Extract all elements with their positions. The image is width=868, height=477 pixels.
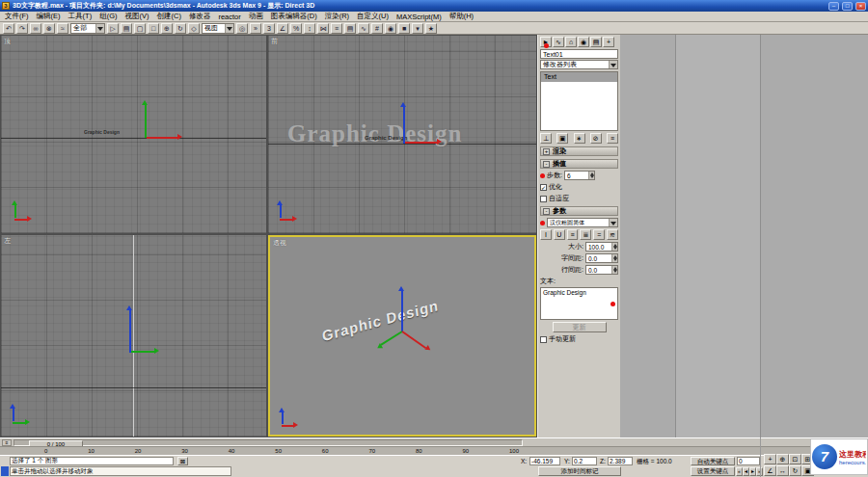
zoom-extents-icon[interactable]: ⊡ xyxy=(789,454,801,464)
gizmo-z-axis[interactable] xyxy=(401,291,403,331)
menu-item[interactable]: 编辑(E) xyxy=(37,12,61,21)
select-and-move-icon[interactable]: ⊕ xyxy=(161,23,173,34)
pin-stack-button[interactable]: ⊥ xyxy=(540,133,552,144)
menu-item[interactable]: 视图(V) xyxy=(125,12,149,21)
configure-modifier-sets-button[interactable]: ≡ xyxy=(607,133,618,144)
spinner-snap-icon[interactable]: ↕ xyxy=(304,23,315,34)
collapse-icon[interactable]: - xyxy=(543,208,550,215)
zoom-icon[interactable]: + xyxy=(764,454,776,464)
underline-button[interactable]: U xyxy=(554,229,565,240)
gizmo-z-axis[interactable] xyxy=(403,107,405,144)
quick-render-icon[interactable]: ★ xyxy=(425,23,437,34)
select-and-manipulate-icon[interactable]: » xyxy=(250,23,261,34)
menu-item[interactable]: 动画 xyxy=(249,12,263,21)
window-crossing-toggle-icon[interactable]: □ xyxy=(148,23,159,34)
text-spline[interactable]: Graphic Design xyxy=(365,135,407,141)
show-end-result-button[interactable]: ▣ xyxy=(556,133,568,144)
selection-filter-dropdown[interactable]: 全部 xyxy=(70,23,105,34)
redo-icon[interactable]: ↷ xyxy=(16,23,28,34)
viewport-label[interactable]: 顶 xyxy=(4,37,11,46)
steps-spinner[interactable]: 6 xyxy=(564,171,595,180)
mirror-icon[interactable]: ⋈ xyxy=(317,23,329,34)
arc-rotate-icon[interactable]: ↻ xyxy=(789,465,801,476)
menu-item[interactable]: 图表编辑器(D) xyxy=(271,12,317,21)
rectangular-selection-region-icon[interactable]: ▢ xyxy=(134,23,146,34)
tab-motion-icon[interactable]: ◉ xyxy=(578,37,589,47)
angle-snap-icon[interactable]: ∠ xyxy=(277,23,288,34)
text-spline[interactable]: Graphic Design xyxy=(321,297,440,344)
viewport-left[interactable]: 左 xyxy=(1,235,266,437)
snaps-toggle-icon[interactable]: 3 xyxy=(263,23,275,34)
unlink-selection-icon[interactable]: ⊗ xyxy=(43,23,55,34)
tab-modify-icon[interactable]: ∿ xyxy=(553,37,564,47)
menu-item[interactable]: 渲染(R) xyxy=(325,12,349,21)
select-and-scale-icon[interactable]: ◇ xyxy=(188,23,200,34)
curve-editor-icon[interactable]: ∿ xyxy=(358,23,369,34)
time-slider-track[interactable]: 0 / 100 xyxy=(14,439,523,446)
tab-display-icon[interactable]: ▤ xyxy=(590,37,602,47)
leading-spinner[interactable]: 0.0 xyxy=(585,265,618,275)
z-coord-field[interactable]: 2.389 xyxy=(608,457,633,465)
expand-icon[interactable]: + xyxy=(543,148,550,155)
undo-icon[interactable]: ↶ xyxy=(3,23,14,34)
spinner-arrows-icon[interactable] xyxy=(611,266,617,274)
spinner-arrows-icon[interactable] xyxy=(611,243,617,251)
viewport-label[interactable]: 前 xyxy=(271,37,278,46)
select-and-link-icon[interactable]: ∞ xyxy=(30,23,41,34)
adaptive-checkbox[interactable] xyxy=(540,196,547,202)
gizmo-x-axis[interactable] xyxy=(401,331,426,349)
size-spinner[interactable]: 100.0 xyxy=(585,242,618,252)
viewport-perspective[interactable]: 透视 Graphic Design xyxy=(268,235,536,437)
font-dropdown[interactable]: 汉仪粗圆简体 xyxy=(547,218,618,227)
lock-selection-toggle[interactable]: ⊠ xyxy=(177,457,188,465)
align-left-button[interactable]: ≡ xyxy=(567,229,579,240)
align-center-button[interactable]: ≣ xyxy=(580,229,591,240)
make-unique-button[interactable]: ∗ xyxy=(574,133,585,144)
open-mini-curve-editor-button[interactable]: ≡ xyxy=(2,439,12,446)
viewport-top[interactable]: 顶 Graphic Design xyxy=(1,36,266,233)
tab-utilities-icon[interactable]: + xyxy=(603,37,614,47)
menu-item[interactable]: MAXScript(M) xyxy=(396,13,442,21)
close-button[interactable]: × xyxy=(855,2,866,11)
maximize-button[interactable]: □ xyxy=(842,2,853,11)
set-key-button[interactable]: 设置关键点 xyxy=(691,466,735,476)
menu-item[interactable]: 文件(F) xyxy=(5,12,29,21)
rollout-interpolation[interactable]: - 插值 xyxy=(540,159,618,169)
menu-item[interactable]: 自定义(U) xyxy=(357,12,389,21)
add-time-tag-button[interactable]: 添加时间标记 xyxy=(538,466,621,476)
y-coord-field[interactable]: 0.2 xyxy=(572,457,597,465)
auto-key-button[interactable]: 自动关键点 xyxy=(691,457,735,465)
rollout-rendering[interactable]: + 渲染 xyxy=(540,146,618,156)
align-icon[interactable]: ≡ xyxy=(331,23,342,34)
gizmo-x-axis[interactable] xyxy=(405,142,437,144)
rollout-parameters[interactable]: - 参数 xyxy=(540,206,618,216)
align-right-button[interactable]: = xyxy=(593,229,605,240)
schematic-view-icon[interactable]: # xyxy=(371,23,383,34)
gizmo-x-axis[interactable] xyxy=(147,137,177,139)
select-by-name-icon[interactable]: ▤ xyxy=(121,23,132,34)
spinner-arrows-icon[interactable] xyxy=(588,172,594,179)
play-icon[interactable]: ► xyxy=(749,467,756,476)
material-editor-icon[interactable]: ◉ xyxy=(385,23,396,34)
modifier-stack-item[interactable]: Text xyxy=(541,72,617,82)
use-pivot-center-icon[interactable]: ◎ xyxy=(236,23,248,34)
text-input-area[interactable]: Graphic Design xyxy=(540,287,618,320)
reference-coordinate-dropdown[interactable]: 视图 xyxy=(202,23,234,34)
x-coord-field[interactable]: -46.159 xyxy=(529,457,560,465)
menu-item[interactable]: 工具(T) xyxy=(68,12,93,21)
pan-icon[interactable]: ↔ xyxy=(776,465,789,476)
viewport-label[interactable]: 左 xyxy=(4,236,11,246)
previous-frame-icon[interactable]: ◄ xyxy=(743,467,749,476)
minimize-button[interactable]: – xyxy=(828,2,839,11)
modifier-list-dropdown[interactable]: 修改器列表 xyxy=(540,60,618,69)
gizmo-z-axis[interactable] xyxy=(129,310,131,353)
gizmo-y-axis[interactable] xyxy=(131,351,154,353)
optimize-checkbox[interactable]: ✓ xyxy=(540,184,547,191)
gizmo-y-axis[interactable] xyxy=(380,331,402,345)
bind-to-space-warp-icon[interactable]: ≈ xyxy=(57,23,68,34)
gizmo-y-axis[interactable] xyxy=(145,105,147,138)
menu-item[interactable]: 创建(C) xyxy=(157,12,181,21)
current-frame-field[interactable]: 0 xyxy=(737,457,760,465)
spinner-arrows-icon[interactable] xyxy=(611,254,617,262)
select-and-rotate-icon[interactable]: ↻ xyxy=(175,23,186,34)
